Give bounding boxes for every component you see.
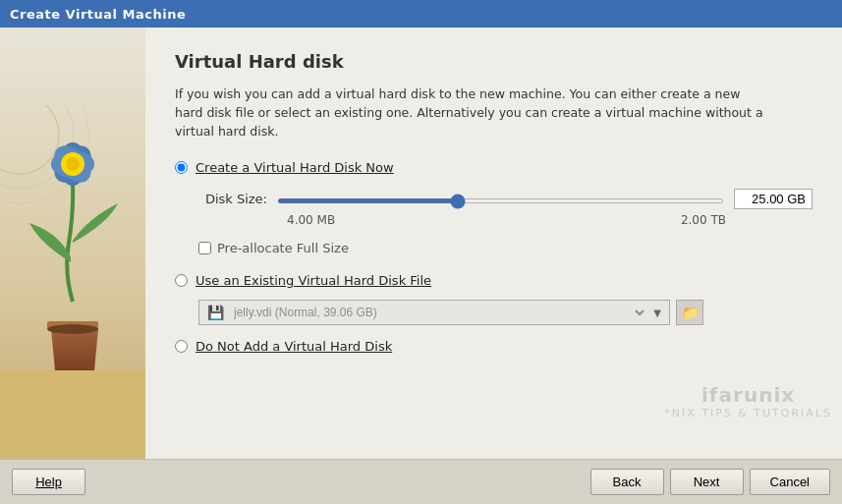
radio-do-not-add-label[interactable]: Do Not Add a Virtual Hard Disk: [196, 339, 392, 354]
main-container: Virtual Hard disk If you wish you can ad…: [0, 28, 842, 459]
file-select-dropdown[interactable]: jelly.vdi (Normal, 39.06 GB): [230, 305, 647, 320]
disk-size-slider[interactable]: [277, 198, 724, 203]
file-browse-button[interactable]: 📁: [676, 300, 703, 325]
bottom-right: Back Next Cancel: [590, 469, 830, 495]
size-min-label: 4.00 MB: [287, 213, 335, 227]
cancel-button[interactable]: Cancel: [750, 469, 830, 495]
preallocate-row[interactable]: Pre-allocate Full Size: [198, 241, 813, 255]
radio-create-new-label[interactable]: Create a Virtual Hard Disk Now: [196, 160, 394, 175]
svg-point-14: [47, 324, 98, 334]
radio-create-new[interactable]: Create a Virtual Hard Disk Now: [175, 160, 813, 175]
title-bar-label: Create Virtual Machine: [10, 7, 186, 22]
radio-create-new-input[interactable]: [175, 161, 188, 174]
preallocate-label[interactable]: Pre-allocate Full Size: [217, 241, 349, 255]
size-row: Disk Size:: [198, 189, 813, 209]
file-select-box: 💾 jelly.vdi (Normal, 39.06 GB) ▼: [198, 300, 670, 325]
size-range-labels: 4.00 MB 2.00 TB: [277, 213, 813, 227]
bottom-left: Help: [12, 469, 590, 495]
watermark-line2: *NIX TIPS & TUTORIALS: [664, 407, 832, 420]
dropdown-arrow-icon: ▼: [653, 308, 661, 318]
title-bar: Create Virtual Machine: [0, 0, 842, 28]
bottom-bar: Help Back Next Cancel: [0, 459, 842, 504]
disk-size-section: Disk Size: 4.00 MB 2.00 TB: [198, 189, 813, 227]
right-panel: Virtual Hard disk If you wish you can ad…: [145, 28, 842, 459]
svg-point-0: [0, 105, 59, 174]
radio-do-not-add[interactable]: Do Not Add a Virtual Hard Disk: [175, 339, 813, 354]
radio-use-existing-label[interactable]: Use an Existing Virtual Hard Disk File: [196, 273, 431, 288]
folder-icon: 📁: [682, 305, 699, 320]
disk-icon: 💾: [207, 305, 224, 320]
radio-use-existing-input[interactable]: [175, 274, 188, 287]
existing-disk-row: 💾 jelly.vdi (Normal, 39.06 GB) ▼ 📁: [198, 300, 813, 325]
disk-size-slider-container: [277, 192, 724, 206]
help-button[interactable]: Help: [12, 469, 85, 495]
preallocate-checkbox[interactable]: [198, 242, 211, 254]
next-button[interactable]: Next: [670, 469, 744, 495]
disk-size-input[interactable]: [734, 189, 813, 209]
disk-size-label: Disk Size:: [198, 192, 267, 206]
size-max-label: 2.00 TB: [681, 213, 726, 227]
svg-point-12: [66, 157, 80, 171]
flower-decoration: [0, 105, 145, 459]
watermark: ifarunix *NIX TIPS & TUTORIALS: [664, 383, 832, 420]
svg-rect-15: [0, 370, 145, 459]
radio-do-not-add-input[interactable]: [175, 340, 188, 353]
watermark-line1: ifarunix: [664, 383, 832, 407]
left-panel: [0, 28, 145, 459]
page-title: Virtual Hard disk: [175, 51, 813, 72]
back-button[interactable]: Back: [590, 469, 664, 495]
radio-use-existing[interactable]: Use an Existing Virtual Hard Disk File: [175, 273, 813, 288]
description-text: If you wish you can add a virtual hard d…: [175, 85, 764, 140]
